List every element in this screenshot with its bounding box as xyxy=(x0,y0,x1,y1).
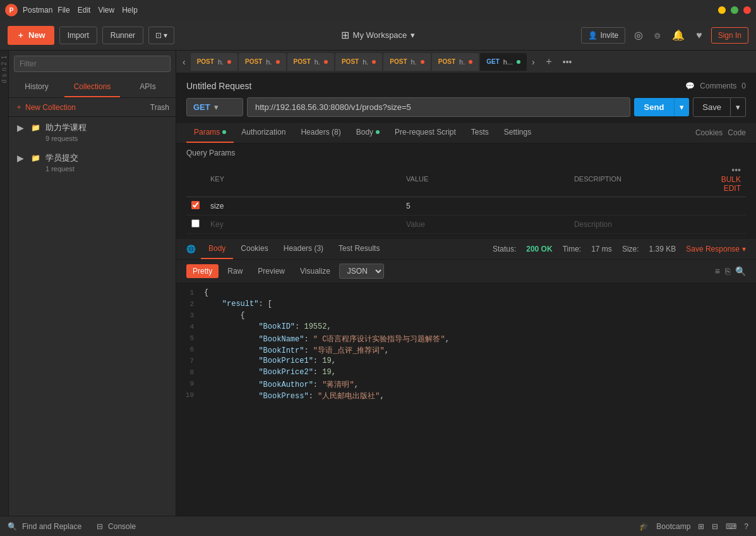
request-tab-4[interactable]: POST h. xyxy=(383,53,430,71)
request-pane: Untitled Request 💬 Comments 0 GET ▾ Send… xyxy=(176,73,756,123)
request-tab-0[interactable]: POST h. xyxy=(191,53,237,71)
tab-history[interactable]: History xyxy=(9,77,64,97)
radar-icon[interactable]: ◎ xyxy=(632,27,645,44)
tab-apis[interactable]: APIs xyxy=(120,77,176,97)
new-collection-button[interactable]: ＋ New Collection xyxy=(15,102,76,113)
format-pretty-button[interactable]: Pretty xyxy=(186,264,219,278)
find-replace-label[interactable]: Find and Replace xyxy=(22,522,81,531)
new-button[interactable]: ＋ New xyxy=(8,26,54,45)
format-visualize-button[interactable]: Visualize xyxy=(294,264,337,278)
menu-edit[interactable]: Edit xyxy=(78,6,91,15)
subtab-prerequest[interactable]: Pre-request Script xyxy=(387,123,464,143)
trash-button[interactable]: Trash xyxy=(150,103,169,112)
param-checkbox-0[interactable] xyxy=(191,201,200,209)
menu-file[interactable]: File xyxy=(57,6,69,15)
resp-tab-body[interactable]: Body xyxy=(201,239,233,259)
tab-collections[interactable]: Collections xyxy=(64,77,120,97)
bootcamp-label[interactable]: Bootcamp xyxy=(656,522,690,531)
collection-item-0[interactable]: ▶ 📁 助力学课程 9 requests xyxy=(9,117,176,147)
import-button[interactable]: Import xyxy=(59,27,97,44)
param-key-cell-0[interactable]: size xyxy=(205,197,401,216)
param-check-empty[interactable] xyxy=(186,216,205,234)
console-label[interactable]: Console xyxy=(108,522,136,531)
param-check-0[interactable] xyxy=(186,197,205,216)
format-raw-button[interactable]: Raw xyxy=(221,264,249,278)
resp-tab-headers[interactable]: Headers (3) xyxy=(276,239,331,259)
param-value-cell-empty[interactable]: Value xyxy=(401,216,569,234)
format-type-select[interactable]: JSON XML HTML Text xyxy=(339,264,384,279)
code-line-4: 4 "BookID": 19552, xyxy=(176,322,756,334)
save-button[interactable]: Save xyxy=(693,97,731,117)
satellite-icon[interactable]: ⌾ xyxy=(652,27,663,44)
params-more-button[interactable]: ••• xyxy=(731,165,741,175)
param-checkbox-empty[interactable] xyxy=(191,219,200,228)
subtab-authorization[interactable]: Authorization xyxy=(234,123,293,143)
request-tab-1[interactable]: POST h. xyxy=(239,53,285,71)
new-tab-button[interactable]: ＋ xyxy=(540,54,558,70)
subtab-headers[interactable]: Headers (8) xyxy=(293,123,348,143)
menu-view[interactable]: View xyxy=(98,6,114,15)
param-row-0: size 5 xyxy=(186,197,746,216)
collection-item-1[interactable]: ▶ 📁 学员提交 1 request xyxy=(9,147,176,178)
keyboard-icon[interactable]: ⌨ xyxy=(726,522,736,531)
collection-list: ▶ 📁 助力学课程 9 requests ▶ 📁 学员提交 xyxy=(9,117,176,516)
bell-icon[interactable]: 🔔 xyxy=(669,27,687,44)
subtab-body[interactable]: Body xyxy=(349,123,387,143)
resp-tab-cookies[interactable]: Cookies xyxy=(233,239,275,259)
method-badge-3: POST xyxy=(342,58,359,65)
more-tabs-button[interactable]: ••• xyxy=(559,56,576,68)
line-content-9: "BookAuthor": "蒋清明", xyxy=(201,379,359,391)
content-area: ‹ POST h. POST h. POST h. POST h. xyxy=(176,51,756,516)
maximize-button[interactable] xyxy=(731,6,738,14)
cookies-link[interactable]: Cookies xyxy=(695,128,723,137)
filter-input[interactable] xyxy=(14,56,171,72)
minimize-button[interactable] xyxy=(718,6,726,14)
close-button[interactable] xyxy=(743,6,751,14)
save-response-button[interactable]: Save Response ▾ xyxy=(686,245,746,253)
method-selector[interactable]: GET ▾ xyxy=(186,98,243,116)
code-line-5: 5 "BookName": " C语言程序设计实验指导与习题解答", xyxy=(176,334,756,345)
subtab-tests[interactable]: Tests xyxy=(464,123,496,143)
param-key-cell-empty[interactable]: Key xyxy=(205,216,401,234)
help-icon[interactable]: ? xyxy=(744,522,748,531)
wrap-icon[interactable]: ≡ xyxy=(715,266,720,276)
invite-button[interactable]: 👤 Invite xyxy=(581,27,625,44)
request-tab-6[interactable]: GET h... xyxy=(480,53,527,71)
layout-icon-1[interactable]: ⊞ xyxy=(698,522,704,531)
capture-button[interactable]: ⊡ ▾ xyxy=(148,27,174,44)
save-dropdown-button[interactable]: ▾ xyxy=(731,97,746,117)
code-link[interactable]: Code xyxy=(728,128,746,137)
tabs-next-button[interactable]: › xyxy=(528,56,539,68)
heart-icon[interactable]: ♥ xyxy=(693,27,705,44)
workspace-selector[interactable]: ⊞ My Workspace ▾ xyxy=(341,29,416,41)
collection-count-0: 9 requests xyxy=(45,135,169,142)
line-content-8: "BookPrice2": 19, xyxy=(201,368,336,379)
collection-info-0: 助力学课程 9 requests xyxy=(45,122,169,142)
format-preview-button[interactable]: Preview xyxy=(251,264,291,278)
menu-help[interactable]: Help xyxy=(122,6,138,15)
param-desc-cell-0[interactable] xyxy=(569,197,708,216)
request-tab-5[interactable]: POST h. xyxy=(432,53,479,71)
request-tab-3[interactable]: POST h. xyxy=(335,53,382,71)
runner-button[interactable]: Runner xyxy=(102,27,143,44)
subtab-settings[interactable]: Settings xyxy=(496,123,539,143)
copy-icon[interactable]: ⎘ xyxy=(725,266,730,276)
search-icon[interactable]: 🔍 xyxy=(735,266,746,276)
save-response-chevron: ▾ xyxy=(742,245,746,253)
url-input[interactable] xyxy=(247,97,630,117)
bulk-edit-button[interactable]: Bulk Edit xyxy=(721,175,741,193)
request-tab-2[interactable]: POST h. xyxy=(287,53,334,71)
send-dropdown-button[interactable]: ▾ xyxy=(674,98,689,116)
resp-tab-testresults[interactable]: Test Results xyxy=(331,239,387,259)
tabs-prev-button[interactable]: ‹ xyxy=(179,56,189,68)
subtab-params[interactable]: Params xyxy=(186,123,234,143)
layout-icon-2[interactable]: ⊟ xyxy=(712,522,718,531)
signin-button[interactable]: Sign In xyxy=(711,27,748,44)
subtab-auth-label: Authorization xyxy=(241,128,285,137)
method-badge-5: POST xyxy=(438,58,455,65)
param-desc-cell-empty[interactable]: Description xyxy=(569,216,708,234)
code-line-2: 2 "result": [ xyxy=(176,300,756,311)
tab-dot-3 xyxy=(372,60,376,64)
send-button[interactable]: Send xyxy=(634,98,675,116)
param-value-cell-0[interactable]: 5 xyxy=(401,197,569,216)
